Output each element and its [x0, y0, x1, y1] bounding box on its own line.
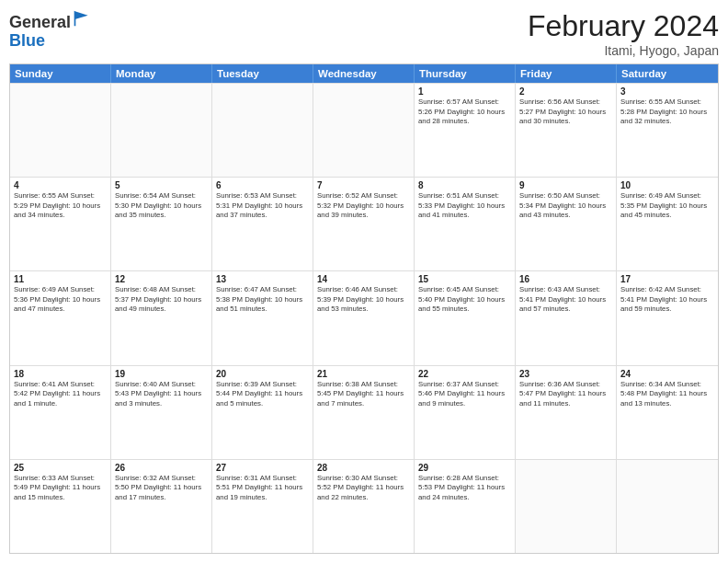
calendar-header-row: SundayMondayTuesdayWednesdayThursdayFrid…	[10, 64, 718, 83]
day-info: Sunrise: 6:36 AM Sunset: 5:47 PM Dayligh…	[519, 380, 612, 409]
day-number: 21	[317, 369, 410, 379]
calendar-cell: 18Sunrise: 6:41 AM Sunset: 5:42 PM Dayli…	[10, 366, 111, 459]
weekday-header-friday: Friday	[516, 64, 617, 83]
day-info: Sunrise: 6:54 AM Sunset: 5:30 PM Dayligh…	[115, 191, 208, 221]
day-number: 8	[418, 180, 511, 190]
day-info: Sunrise: 6:49 AM Sunset: 5:36 PM Dayligh…	[14, 285, 107, 315]
day-info: Sunrise: 6:43 AM Sunset: 5:41 PM Dayligh…	[519, 285, 612, 315]
day-info: Sunrise: 6:33 AM Sunset: 5:49 PM Dayligh…	[14, 474, 107, 503]
page: General Blue February 2024 Itami, Hyogo,…	[0, 0, 728, 563]
header: General Blue February 2024 Itami, Hyogo,…	[9, 9, 719, 58]
day-number: 24	[620, 369, 714, 379]
calendar-body: 1Sunrise: 6:57 AM Sunset: 5:26 PM Daylig…	[10, 83, 718, 553]
calendar-cell: 26Sunrise: 6:32 AM Sunset: 5:50 PM Dayli…	[111, 460, 212, 553]
day-number: 29	[418, 463, 511, 473]
day-number: 10	[620, 180, 714, 190]
day-info: Sunrise: 6:52 AM Sunset: 5:32 PM Dayligh…	[317, 191, 410, 221]
day-number: 1	[418, 86, 511, 97]
calendar-cell	[212, 84, 313, 177]
calendar-cell: 27Sunrise: 6:31 AM Sunset: 5:51 PM Dayli…	[212, 460, 313, 553]
weekday-header-sunday: Sunday	[10, 64, 111, 83]
day-info: Sunrise: 6:38 AM Sunset: 5:45 PM Dayligh…	[317, 380, 410, 409]
day-number: 22	[418, 369, 511, 379]
calendar-cell: 15Sunrise: 6:45 AM Sunset: 5:40 PM Dayli…	[415, 271, 516, 364]
day-number: 26	[115, 463, 208, 473]
day-number: 27	[216, 463, 309, 473]
calendar-cell: 14Sunrise: 6:46 AM Sunset: 5:39 PM Dayli…	[313, 271, 415, 364]
calendar-cell: 2Sunrise: 6:56 AM Sunset: 5:27 PM Daylig…	[516, 84, 617, 177]
title-block: February 2024 Itami, Hyogo, Japan	[528, 9, 719, 58]
day-info: Sunrise: 6:39 AM Sunset: 5:44 PM Dayligh…	[216, 380, 309, 409]
calendar-cell: 23Sunrise: 6:36 AM Sunset: 5:47 PM Dayli…	[516, 366, 617, 459]
day-info: Sunrise: 6:51 AM Sunset: 5:33 PM Dayligh…	[418, 191, 511, 221]
day-info: Sunrise: 6:48 AM Sunset: 5:37 PM Dayligh…	[115, 285, 208, 315]
calendar-cell	[313, 84, 415, 177]
day-info: Sunrise: 6:47 AM Sunset: 5:38 PM Dayligh…	[216, 285, 309, 315]
calendar-cell	[10, 84, 111, 177]
day-info: Sunrise: 6:34 AM Sunset: 5:48 PM Dayligh…	[620, 380, 714, 409]
calendar-cell: 17Sunrise: 6:42 AM Sunset: 5:41 PM Dayli…	[617, 271, 718, 364]
svg-marker-0	[74, 11, 88, 27]
day-info: Sunrise: 6:41 AM Sunset: 5:42 PM Dayligh…	[14, 380, 107, 409]
day-number: 2	[519, 86, 612, 97]
day-number: 19	[115, 369, 208, 379]
calendar-cell: 10Sunrise: 6:49 AM Sunset: 5:35 PM Dayli…	[617, 178, 718, 270]
calendar-cell: 28Sunrise: 6:30 AM Sunset: 5:52 PM Dayli…	[313, 460, 415, 553]
calendar-cell: 8Sunrise: 6:51 AM Sunset: 5:33 PM Daylig…	[415, 178, 516, 270]
day-info: Sunrise: 6:55 AM Sunset: 5:28 PM Dayligh…	[620, 98, 714, 127]
day-number: 16	[519, 274, 612, 284]
day-info: Sunrise: 6:57 AM Sunset: 5:26 PM Dayligh…	[418, 98, 511, 127]
logo-blue-text: Blue	[9, 31, 45, 50]
day-number: 28	[317, 463, 410, 473]
day-number: 12	[115, 274, 208, 284]
calendar-cell	[617, 460, 718, 553]
day-number: 18	[14, 369, 107, 379]
day-info: Sunrise: 6:55 AM Sunset: 5:29 PM Dayligh…	[14, 191, 107, 221]
day-info: Sunrise: 6:45 AM Sunset: 5:40 PM Dayligh…	[418, 285, 511, 315]
day-info: Sunrise: 6:49 AM Sunset: 5:35 PM Dayligh…	[620, 191, 714, 221]
calendar-cell: 19Sunrise: 6:40 AM Sunset: 5:43 PM Dayli…	[111, 366, 212, 459]
calendar-week-2: 4Sunrise: 6:55 AM Sunset: 5:29 PM Daylig…	[10, 177, 718, 270]
day-info: Sunrise: 6:30 AM Sunset: 5:52 PM Dayligh…	[317, 474, 410, 503]
calendar-cell: 5Sunrise: 6:54 AM Sunset: 5:30 PM Daylig…	[111, 178, 212, 270]
weekday-header-wednesday: Wednesday	[313, 64, 415, 83]
day-info: Sunrise: 6:32 AM Sunset: 5:50 PM Dayligh…	[115, 474, 208, 503]
calendar-cell: 20Sunrise: 6:39 AM Sunset: 5:44 PM Dayli…	[212, 366, 313, 459]
day-number: 3	[620, 86, 714, 97]
day-number: 23	[519, 369, 612, 379]
day-number: 15	[418, 274, 511, 284]
weekday-header-tuesday: Tuesday	[212, 64, 313, 83]
calendar-cell: 13Sunrise: 6:47 AM Sunset: 5:38 PM Dayli…	[212, 271, 313, 364]
calendar-cell: 6Sunrise: 6:53 AM Sunset: 5:31 PM Daylig…	[212, 178, 313, 270]
day-info: Sunrise: 6:53 AM Sunset: 5:31 PM Dayligh…	[216, 191, 309, 221]
calendar-cell: 21Sunrise: 6:38 AM Sunset: 5:45 PM Dayli…	[313, 366, 415, 459]
day-number: 7	[317, 180, 410, 190]
day-info: Sunrise: 6:40 AM Sunset: 5:43 PM Dayligh…	[115, 380, 208, 409]
calendar-cell: 11Sunrise: 6:49 AM Sunset: 5:36 PM Dayli…	[10, 271, 111, 364]
day-info: Sunrise: 6:42 AM Sunset: 5:41 PM Dayligh…	[620, 285, 714, 315]
calendar-cell	[516, 460, 617, 553]
logo: General Blue	[9, 9, 91, 51]
weekday-header-thursday: Thursday	[415, 64, 516, 83]
calendar-week-5: 25Sunrise: 6:33 AM Sunset: 5:49 PM Dayli…	[10, 459, 718, 553]
weekday-header-saturday: Saturday	[617, 64, 718, 83]
calendar-cell: 1Sunrise: 6:57 AM Sunset: 5:26 PM Daylig…	[415, 84, 516, 177]
day-number: 25	[14, 463, 107, 473]
calendar-week-3: 11Sunrise: 6:49 AM Sunset: 5:36 PM Dayli…	[10, 270, 718, 364]
calendar-week-4: 18Sunrise: 6:41 AM Sunset: 5:42 PM Dayli…	[10, 365, 718, 459]
logo-general-text: General	[9, 13, 71, 31]
day-number: 14	[317, 274, 410, 284]
calendar-cell: 16Sunrise: 6:43 AM Sunset: 5:41 PM Dayli…	[516, 271, 617, 364]
calendar-cell: 29Sunrise: 6:28 AM Sunset: 5:53 PM Dayli…	[415, 460, 516, 553]
main-title: February 2024	[528, 9, 719, 43]
calendar: SundayMondayTuesdayWednesdayThursdayFrid…	[9, 63, 719, 554]
day-number: 17	[620, 274, 714, 284]
day-info: Sunrise: 6:28 AM Sunset: 5:53 PM Dayligh…	[418, 474, 511, 503]
calendar-cell: 3Sunrise: 6:55 AM Sunset: 5:28 PM Daylig…	[617, 84, 718, 177]
day-info: Sunrise: 6:46 AM Sunset: 5:39 PM Dayligh…	[317, 285, 410, 315]
logo-flag-icon	[73, 9, 91, 28]
day-number: 4	[14, 180, 107, 190]
calendar-cell: 9Sunrise: 6:50 AM Sunset: 5:34 PM Daylig…	[516, 178, 617, 270]
day-number: 20	[216, 369, 309, 379]
day-number: 6	[216, 180, 309, 190]
